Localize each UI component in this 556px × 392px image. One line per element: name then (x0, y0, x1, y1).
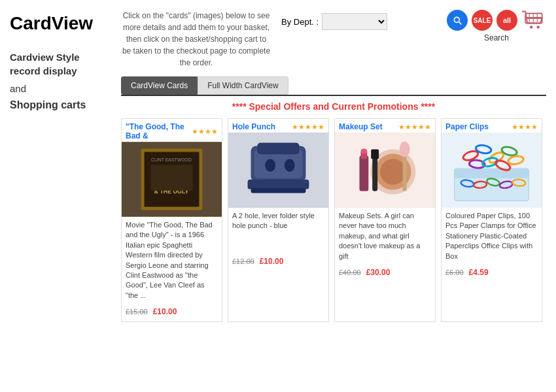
price-new-clips: £4.59 (469, 268, 489, 277)
price-old-movie: £15.00 (126, 308, 148, 316)
svg-rect-18 (257, 143, 299, 155)
card-desc-makeup: Makeup Sets. A girl can never have too m… (335, 208, 435, 265)
card-title-makeup[interactable]: Makeup Set (339, 122, 383, 131)
card-stars-movie: ★★★★ (192, 127, 218, 136)
card-image-clips[interactable] (442, 133, 542, 208)
sidebar-subtitle: Cardview Style record display (10, 50, 105, 78)
tab-bar: CardView Cards Full Width CardView (121, 76, 546, 96)
sidebar-and: and (10, 83, 105, 94)
tab-full-width-cardview[interactable]: Full Width CardView (198, 76, 288, 95)
svg-rect-14 (150, 165, 192, 190)
svg-rect-27 (360, 155, 369, 191)
app-title: CardView (10, 13, 105, 34)
promo-banner: **** Special Offers and Current Promotio… (121, 101, 546, 112)
dept-select[interactable] (322, 13, 387, 30)
svg-rect-22 (251, 188, 306, 193)
dept-label: By Dept. : (281, 17, 319, 27)
card-movie[interactable]: "The Good, The Bad & ★★★★ THE GOOD, THE … (121, 118, 222, 322)
card-desc-movie: Movie "The Good, The Bad and the Ugly" -… (122, 217, 222, 304)
sale-icon-button[interactable]: SALE (472, 10, 493, 31)
card-stars-holepunch: ★★★★★ (292, 123, 324, 131)
price-new-makeup: £30.00 (366, 268, 391, 277)
svg-rect-31 (371, 149, 379, 159)
price-old-makeup: £40.00 (339, 269, 361, 276)
svg-point-33 (400, 142, 410, 157)
card-clips[interactable]: Paper Clips ★★★★ (441, 118, 542, 322)
svg-point-2 (537, 25, 540, 29)
card-title-clips[interactable]: Paper Clips (445, 122, 489, 131)
card-desc-holepunch: A 2 hole, lever folder style hole punch … (228, 208, 328, 253)
all-icon-button[interactable]: all (496, 10, 517, 31)
search-icon-button[interactable] (447, 10, 468, 31)
svg-point-26 (380, 159, 406, 184)
card-title-movie[interactable]: "The Good, The Bad & (126, 122, 192, 140)
tab-cardview-cards[interactable]: CardView Cards (121, 76, 198, 95)
svg-point-1 (530, 25, 533, 29)
cart-icon-button[interactable] (521, 10, 546, 31)
svg-point-20 (285, 159, 295, 172)
card-image-holepunch[interactable] (228, 133, 328, 208)
card-image-makeup[interactable] (335, 133, 435, 208)
cards-grid: "The Good, The Bad & ★★★★ THE GOOD, THE … (121, 118, 546, 322)
sale-label: SALE (474, 17, 491, 24)
card-holepunch[interactable]: Hole Punch ★★★★★ (228, 118, 329, 322)
card-desc-clips: Coloured Paper Clips, 100 Pcs Paper Clam… (442, 208, 542, 265)
card-stars-clips: ★★★★ (512, 123, 538, 131)
sidebar-carts: Shopping carts (10, 99, 105, 111)
search-label: Search (484, 33, 509, 42)
svg-point-19 (265, 159, 275, 172)
card-makeup[interactable]: Makeup Set ★★★★★ (334, 118, 436, 322)
price-new-movie: £10.00 (153, 307, 177, 316)
svg-point-29 (360, 148, 367, 154)
price-new-holepunch: £10.00 (260, 257, 284, 266)
card-stars-makeup: ★★★★★ (398, 123, 431, 131)
all-label: all (503, 16, 511, 24)
svg-text:CLINT EASTWOOD: CLINT EASTWOOD (151, 157, 192, 162)
svg-rect-21 (248, 180, 309, 189)
card-image-movie[interactable]: THE GOOD, THE BAD & THE UGLY CLINT EASTW… (122, 142, 222, 217)
instructions-text: Click on the "cards" (images) below to s… (121, 10, 271, 69)
price-old-holepunch: £12.00 (232, 257, 254, 265)
svg-rect-36 (455, 169, 529, 178)
card-title-holepunch[interactable]: Hole Punch (232, 122, 275, 131)
price-old-clips: £6.00 (445, 269, 464, 276)
